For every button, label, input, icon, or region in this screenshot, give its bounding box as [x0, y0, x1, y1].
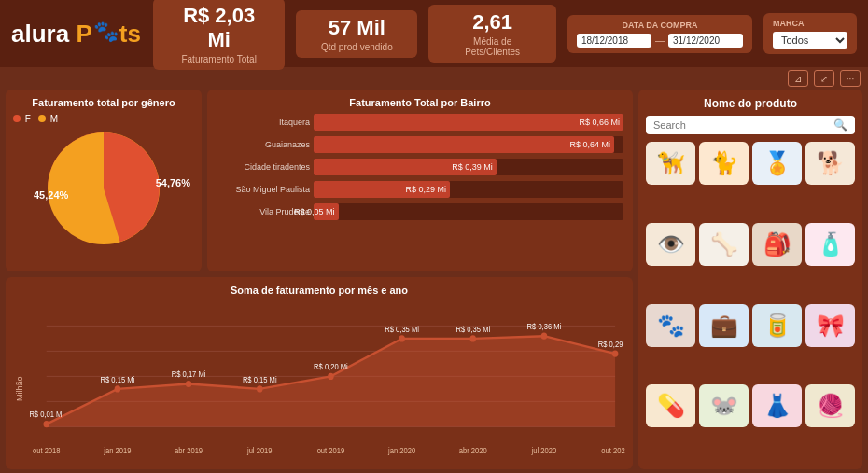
bar-fill: R$ 0,05 Mi — [314, 203, 339, 220]
product-item-pet-carrier[interactable]: 💼 — [699, 304, 749, 347]
logo-alura-text: alura — [11, 20, 69, 49]
svg-text:R$ 0,35 Mi: R$ 0,35 Mi — [455, 325, 490, 333]
svg-point-24 — [470, 335, 477, 341]
product-item-pet-clothing[interactable]: 👗 — [752, 384, 802, 427]
svg-text:R$ 0,29 Mi: R$ 0,29 Mi — [598, 341, 625, 349]
product-panel-title: Nome do produto — [646, 97, 855, 110]
product-item-dog-treat[interactable]: 🦮 — [646, 142, 695, 185]
svg-text:out 2020: out 2020 — [601, 447, 625, 455]
pie-container: 45,24% 54,76% — [43, 128, 164, 249]
bar-value: R$ 0,29 Mi — [406, 185, 447, 194]
svg-text:jul 2019: jul 2019 — [246, 447, 273, 455]
product-item-paw-medal[interactable]: 🏅 — [752, 142, 802, 185]
product-item-paw-print[interactable]: 🐾 — [646, 304, 695, 347]
product-item-bone[interactable]: 🐈 — [699, 142, 749, 185]
product-item-pet-bag[interactable]: 🎒 — [752, 223, 802, 266]
svg-point-12 — [186, 381, 192, 387]
bar-card: Faturamento Total por Bairro Itaquera R$… — [207, 90, 633, 271]
logo-pets-text: P🐾ts — [69, 20, 141, 49]
bar-label: Guaianazes — [217, 140, 310, 149]
svg-text:R$ 0,17 Mi: R$ 0,17 Mi — [172, 370, 206, 379]
product-item-pet-medicine[interactable]: 💊 — [646, 384, 695, 427]
bar-track: R$ 0,39 Mi — [314, 159, 623, 175]
kpi-media-value: 2,61 — [445, 10, 539, 35]
search-input[interactable] — [653, 119, 833, 131]
pie-title: Faturamento total por gênero — [13, 97, 194, 108]
kpi-faturamento: R$ 2,03 Mi Faturamento Total — [153, 0, 285, 70]
filter-button[interactable]: ⊿ — [788, 70, 808, 87]
svg-text:abr 2019: abr 2019 — [175, 447, 203, 455]
product-item-pet-shampoo[interactable]: 🧴 — [805, 223, 855, 266]
svg-point-27 — [541, 333, 548, 340]
main-content: Faturamento total por gênero F M — [0, 90, 868, 473]
bar-label: Itaquera — [217, 118, 310, 127]
product-item-pet-leash[interactable]: 🧶 — [805, 384, 855, 427]
bar-row: Guaianazes R$ 0,64 Mi — [217, 136, 623, 153]
product-item-pet-food-bag[interactable]: 🥫 — [752, 304, 802, 347]
svg-point-30 — [612, 351, 619, 357]
date-filter-title: DATA DA COMPRA — [577, 21, 743, 30]
kpi-media-label: Média de Pets/Clientes — [445, 36, 539, 57]
svg-text:abr 2020: abr 2020 — [459, 447, 488, 455]
product-panel: Nome do produto 🔍 🦮🐈🏅🐕👁️🦴🎒🧴🐾💼🥫🎀💊🐭👗🧶 — [638, 90, 862, 469]
bar-value: R$ 0,66 Mi — [579, 118, 620, 127]
chart-wrapper: Milhão R$ 0,01 Miout 2018R$ 0,15 Mijan 2… — [13, 301, 625, 458]
pie-legend: F M — [13, 114, 194, 124]
top-row: Faturamento total por gênero F M — [6, 90, 633, 271]
kpi-qtd-label: Qtd prod vendido — [313, 42, 400, 52]
bar-row: Vila Prudente R$ 0,05 Mi — [217, 203, 623, 220]
bar-row: São Miguel Paulista R$ 0,29 Mi — [217, 181, 623, 198]
kpi-faturamento-label: Faturamento Total — [170, 54, 268, 64]
legend-m: M — [38, 114, 58, 124]
date-start-input[interactable] — [577, 34, 651, 48]
pie-label-left: 45,24% — [34, 189, 68, 201]
header: alura P🐾ts R$ 2,03 Mi Faturamento Total … — [0, 0, 868, 67]
left-section: Faturamento total por gênero F M — [6, 90, 633, 469]
brand-filter-title: MARCA — [773, 19, 847, 28]
svg-text:R$ 0,20 Mi: R$ 0,20 Mi — [314, 363, 348, 371]
kpi-qtd: 57 Mil Qtd prod vendido — [296, 10, 417, 58]
svg-text:jul 2020: jul 2020 — [531, 447, 557, 455]
toolbar: ⊿ ⤢ ··· — [0, 67, 868, 90]
bar-track: R$ 0,66 Mi — [314, 114, 623, 131]
brand-select[interactable]: Todos — [773, 32, 847, 49]
pie-label-right: 54,76% — [156, 177, 190, 188]
svg-point-6 — [43, 421, 49, 427]
bar-value: R$ 0,64 Mi — [570, 140, 611, 149]
svg-text:out 2018: out 2018 — [33, 447, 61, 455]
line-card: Soma de faturamento por mês e ano Milhão… — [6, 277, 633, 469]
bar-row: Cidade tiradentes R$ 0,39 Mi — [217, 159, 623, 175]
product-item-pet-gift[interactable]: 🎀 — [805, 304, 855, 347]
pie-card: Faturamento total por gênero F M — [6, 90, 202, 271]
bar-fill: R$ 0,29 Mi — [314, 181, 450, 198]
bar-rows-container: Itaquera R$ 0,66 Mi Guaianazes R$ 0,64 M… — [217, 114, 623, 220]
svg-text:R$ 0,15 Mi: R$ 0,15 Mi — [101, 375, 135, 383]
kpi-media: 2,61 Média de Pets/Clientes — [428, 5, 556, 63]
more-button[interactable]: ··· — [840, 70, 861, 87]
date-separator: — — [655, 35, 665, 46]
date-filter: DATA DA COMPRA — — [567, 15, 752, 53]
svg-point-15 — [257, 385, 263, 392]
product-item-dog[interactable]: 🐕 — [805, 142, 855, 185]
svg-text:R$ 0,01 Mi: R$ 0,01 Mi — [29, 410, 63, 419]
bar-row: Itaquera R$ 0,66 Mi — [217, 114, 623, 131]
bar-fill: R$ 0,39 Mi — [314, 159, 497, 175]
bar-track: R$ 0,29 Mi — [314, 181, 623, 198]
date-end-input[interactable] — [668, 34, 743, 48]
line-title: Soma de faturamento por mês e ano — [13, 285, 625, 296]
bar-value: R$ 0,39 Mi — [452, 162, 493, 172]
product-item-pet-eye[interactable]: 👁️ — [646, 223, 695, 266]
legend-m-dot — [38, 115, 46, 122]
svg-point-21 — [399, 335, 405, 341]
svg-text:jan 2019: jan 2019 — [103, 447, 132, 455]
bar-title: Faturamento Total por Bairro — [217, 97, 623, 108]
search-box: 🔍 — [646, 116, 855, 134]
bar-label: São Miguel Paulista — [217, 185, 310, 194]
expand-button[interactable]: ⤢ — [814, 70, 834, 87]
logo: alura P🐾ts — [11, 20, 142, 49]
legend-f-dot — [13, 115, 21, 122]
product-item-bone2[interactable]: 🦴 — [699, 223, 749, 266]
product-item-mouse-toy[interactable]: 🐭 — [699, 384, 749, 427]
svg-point-9 — [115, 385, 121, 392]
svg-text:R$ 0,35 Mi: R$ 0,35 Mi — [385, 325, 419, 333]
